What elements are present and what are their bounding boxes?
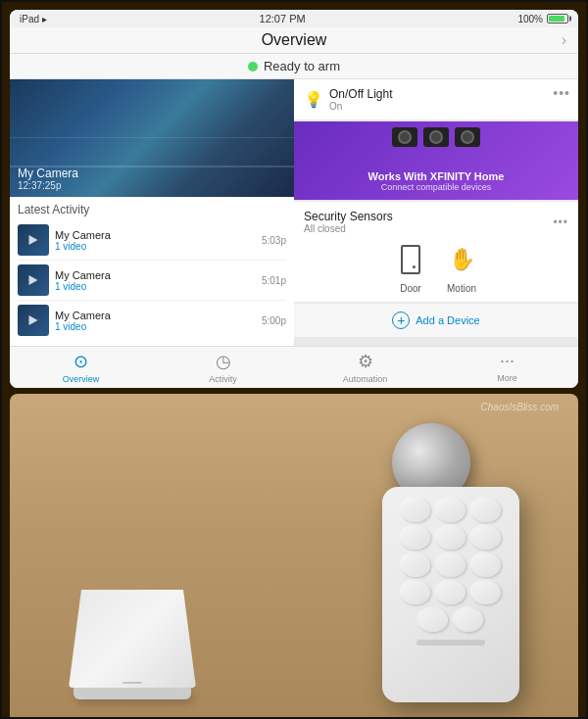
tab-automation[interactable]: ⚙ Automation [294,351,436,384]
door-icon [401,245,420,274]
hub-indicator [122,682,142,684]
activity-cam-name: My Camera [55,229,256,241]
xfinity-promo[interactable]: Works With XFINITY Home Connect compatib… [294,121,578,200]
app-header: Overview › [10,27,578,54]
keypad-indicator [416,640,485,646]
camera-card[interactable]: My Camera 12:37:25p [10,79,294,197]
keypad-btn [401,553,430,577]
keypad-btn [418,608,448,632]
light-card[interactable]: 💡 On/Off Light On ••• [294,79,578,120]
door-sensor-icon-box [393,240,428,279]
add-device-button[interactable]: + Add a Device [294,304,578,337]
keypad-btn [471,581,501,604]
left-column: My Camera 12:37:25p Latest Activity My C… [10,79,294,346]
ready-text: Ready to arm [264,59,340,73]
keypad-btn [401,581,430,604]
tab-overview[interactable]: ⊙ Overview [10,351,152,384]
activity-item[interactable]: My Camera 1 video 5:00p [18,301,286,340]
tab-bar: ⊙ Overview ◷ Activity ⚙ Automation ··· M… [10,346,578,388]
activity-time: 5:03p [262,235,286,246]
light-card-header: 💡 On/Off Light On [304,87,568,112]
xfinity-cam-1 [392,127,417,147]
activity-cam-name: My Camera [55,310,256,321]
activity-title: Latest Activity [18,203,286,216]
activity-icon: ◷ [216,351,231,372]
keypad-row-3 [401,553,501,577]
tab-activity[interactable]: ◷ Activity [152,351,294,384]
chevron-right-icon[interactable]: › [562,31,566,49]
page-title: Overview [262,31,327,49]
tab-overview-label: Overview [63,374,100,384]
camera-time: 12:37:25p [18,180,78,191]
xfinity-title: Works With XFINITY Home [368,170,505,182]
keypad-body [382,487,519,702]
keypad-device [382,487,519,702]
right-column: 💡 On/Off Light On ••• Works With XFINITY… [294,79,578,346]
activity-section: Latest Activity My Camera 1 video 5:03p [10,197,294,346]
activity-sub: 1 video [55,281,256,292]
keypad-btn [436,553,466,577]
add-device-label: Add a Device [416,314,479,326]
hub-body [69,590,196,688]
activity-item[interactable]: My Camera 1 video 5:01p [18,261,286,301]
status-left: iPad ▸ [20,14,47,24]
sensors-icons: Door ✋ Motion [304,240,568,294]
activity-info: My Camera 1 video [55,269,256,292]
ipad-screen: iPad ▸ 12:07 PM 100% Overview › Ready to… [10,10,578,388]
main-content: My Camera 12:37:25p Latest Activity My C… [10,79,578,346]
keypad-row-1 [401,499,501,522]
status-time: 12:07 PM [260,13,306,24]
motion-sensor-icon-box: ✋ [444,240,479,279]
tab-activity-label: Activity [209,374,237,384]
sensors-title: Security Sensors [304,210,393,223]
keypad-row-5 [418,608,483,632]
xfinity-subtitle: Connect compatible devices [368,182,505,192]
keypad-btn [401,499,430,522]
tab-more[interactable]: ··· More [436,351,578,384]
battery-icon [547,14,568,24]
light-name: On/Off Light [329,87,392,101]
activity-info: My Camera 1 video [55,229,256,252]
lightbulb-icon: 💡 [304,90,323,109]
add-icon: + [392,312,410,329]
keypad-btn [471,499,501,522]
xfinity-text: Works With XFINITY Home Connect compatib… [368,170,505,192]
activity-thumb [18,305,49,336]
keypad-btn [436,526,466,550]
play-icon [29,235,38,245]
activity-info: My Camera 1 video [55,310,256,332]
hub-base [74,688,191,699]
tab-more-label: More [497,373,517,383]
tab-automation-label: Automation [343,374,388,384]
activity-thumb [18,224,49,256]
sensors-more-button[interactable]: ••• [553,216,568,229]
play-icon [29,315,38,325]
keypad-row-2 [401,526,501,550]
activity-item[interactable]: My Camera 1 video 5:03p [18,220,286,261]
motion-label: Motion [447,283,476,294]
automation-icon: ⚙ [358,351,373,372]
keypad-row-4 [401,581,501,604]
status-bar: iPad ▸ 12:07 PM 100% [10,10,578,27]
sensors-header: Security Sensors All closed ••• [304,210,568,234]
hub-device [69,590,196,688]
sensors-title-group: Security Sensors All closed [304,210,393,234]
keypad-btn [471,526,501,550]
keypad-btn [436,499,466,522]
light-info: On/Off Light On [329,87,392,112]
activity-cam-name: My Camera [55,269,256,281]
motion-sensor-item[interactable]: ✋ Motion [444,240,479,294]
battery-fill [549,16,564,22]
keypad-btn [454,608,483,632]
xfinity-cameras [392,127,480,147]
more-options-button[interactable]: ••• [553,85,570,101]
play-icon [29,275,38,285]
activity-time: 5:00p [262,315,286,326]
ready-bar[interactable]: Ready to arm [10,54,578,79]
xfinity-cam-3 [455,127,480,147]
door-sensor-item[interactable]: Door [393,240,428,294]
light-status: On [329,101,392,112]
photo-section: ChaosIsBliss.com [10,394,578,719]
sensors-card: Security Sensors All closed ••• Door [294,202,578,302]
activity-sub: 1 video [55,321,256,332]
